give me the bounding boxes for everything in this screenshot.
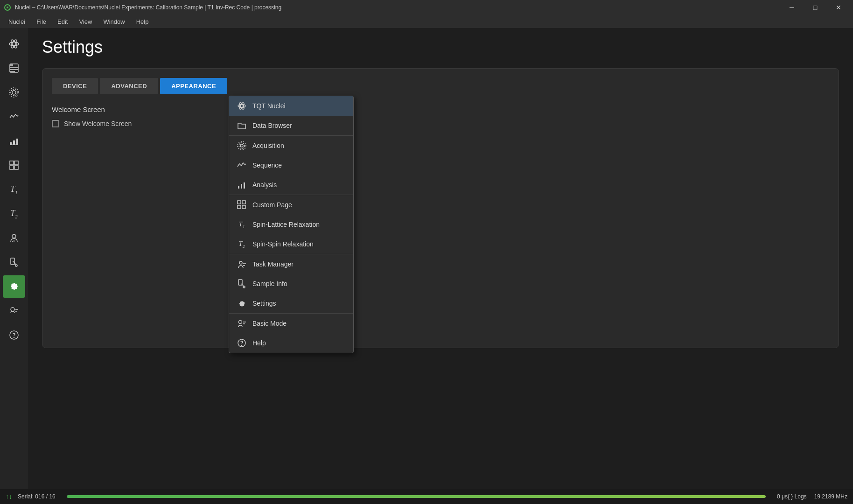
custom-page-dropdown-icon — [237, 200, 247, 210]
svg-point-1 — [7, 7, 8, 8]
dropdown-label-settings: Settings — [252, 300, 276, 307]
sidebar-item-settings[interactable] — [3, 275, 25, 298]
t2-dropdown-icon: T2 — [237, 239, 247, 249]
svg-point-47 — [243, 286, 245, 288]
dropdown-label-custom-page: Custom Page — [252, 201, 292, 209]
menu-edit[interactable]: Edit — [53, 16, 72, 27]
sidebar-item-t2[interactable]: T2 — [3, 203, 25, 225]
svg-point-48 — [239, 321, 242, 324]
svg-rect-40 — [242, 201, 245, 204]
wireless-dropdown-icon — [237, 140, 247, 151]
dropdown-item-settings[interactable]: Settings — [229, 294, 353, 313]
dropdown-label-tqt-nuclei: TQT Nuclei — [252, 102, 286, 110]
svg-rect-17 — [14, 166, 18, 169]
svg-point-8 — [11, 89, 17, 96]
svg-point-43 — [239, 261, 242, 264]
dropdown-label-data-browser: Data Browser — [252, 122, 292, 129]
dropdown-item-basic-mode[interactable]: Basic Mode — [229, 314, 353, 333]
show-welcome-checkbox[interactable] — [52, 120, 59, 127]
main-layout: T1 T2 — [0, 28, 853, 489]
sidebar-item-custom-page[interactable] — [3, 154, 25, 176]
dropdown-section-2: Acquisition Sequence — [229, 136, 353, 195]
dropdown-label-sample-info: Sample Info — [252, 280, 287, 287]
folder-dropdown-icon — [237, 120, 247, 131]
menu-view[interactable]: View — [74, 16, 97, 27]
svg-rect-41 — [238, 205, 241, 209]
tabs: DEVICE ADVANCED APPEARANCE — [52, 78, 829, 94]
task-manager-dropdown-icon — [237, 259, 247, 269]
dropdown-section-5: Basic Mode Help — [229, 314, 353, 353]
sidebar-item-help[interactable] — [3, 324, 25, 346]
progress-text: 16 / 16 — [38, 493, 56, 500]
menu-nuclei[interactable]: Nuclei — [4, 16, 30, 27]
svg-rect-10 — [10, 142, 12, 145]
dropdown-item-sample-info[interactable]: Sample Info — [229, 274, 353, 294]
svg-point-28 — [14, 337, 14, 338]
svg-line-22 — [13, 261, 15, 264]
dropdown-item-sequence[interactable]: Sequence — [229, 155, 353, 175]
show-welcome-row: Show Welcome Screen — [52, 120, 829, 127]
svg-rect-39 — [238, 201, 241, 204]
nuclei-dropdown-icon — [237, 101, 247, 111]
content-area: Settings DEVICE ADVANCED APPEARANCE Welc… — [28, 28, 853, 489]
app-icon — [4, 4, 11, 11]
help-dropdown-icon — [237, 338, 247, 348]
progress-bar — [67, 495, 766, 498]
sidebar-item-sequence[interactable] — [3, 105, 25, 128]
svg-point-3 — [9, 42, 19, 46]
analysis-dropdown-icon — [237, 180, 247, 190]
svg-rect-42 — [242, 205, 245, 209]
sidebar: T1 T2 — [0, 28, 28, 489]
serial-arrows: ↑↓ — [6, 493, 12, 500]
dropdown-label-t2-relaxation: Spin-Spin Relaxation — [252, 240, 314, 248]
tab-appearance[interactable]: APPEARANCE — [160, 78, 227, 94]
dropdown-item-acquisition[interactable]: Acquisition — [229, 136, 353, 155]
dropdown-item-data-browser[interactable]: Data Browser — [229, 116, 353, 135]
maximize-button[interactable]: □ — [804, 0, 826, 15]
settings-dropdown-icon — [237, 298, 247, 308]
sidebar-item-task-manager[interactable] — [3, 227, 25, 249]
sidebar-item-sample-info[interactable] — [3, 251, 25, 273]
dropdown-item-custom-page[interactable]: Custom Page — [229, 195, 353, 215]
sidebar-item-acquisition[interactable] — [3, 81, 25, 104]
svg-point-33 — [240, 144, 243, 147]
sidebar-item-t1[interactable]: T1 — [3, 178, 25, 201]
close-button[interactable]: ✕ — [828, 0, 849, 15]
svg-point-24 — [11, 308, 14, 311]
logs-button[interactable]: { } Logs — [788, 493, 807, 500]
page-title: Settings — [42, 37, 839, 57]
menu-help[interactable]: Help — [132, 16, 154, 27]
svg-rect-16 — [10, 166, 14, 169]
minimize-button[interactable]: ─ — [781, 0, 803, 15]
dropdown-label-acquisition: Acquisition — [252, 142, 284, 149]
dropdown-item-tqt-nuclei[interactable]: TQT Nuclei — [229, 96, 353, 116]
dropdown-item-analysis[interactable]: Analysis — [229, 175, 353, 195]
basic-mode-dropdown-icon — [237, 318, 247, 329]
dropdown-section-1: TQT Nuclei Data Browser — [229, 96, 353, 136]
dropdown-section-3: Custom Page T1 Spin-Lattice Relaxation T… — [229, 195, 353, 254]
dropdown-label-analysis: Analysis — [252, 181, 277, 189]
dropdown-item-t2-relaxation[interactable]: T2 Spin-Spin Relaxation — [229, 234, 353, 254]
frequency-text: 19.2189 MHz — [814, 493, 847, 500]
dropdown-item-help[interactable]: Help — [229, 333, 353, 353]
dropdown-item-t1-relaxation[interactable]: T1 Spin-Lattice Relaxation — [229, 215, 353, 234]
window-title: Nuclei – C:\Users\WAR\Documents\Nuclei E… — [15, 4, 281, 11]
menu-file[interactable]: File — [32, 16, 51, 27]
title-bar: Nuclei – C:\Users\WAR\Documents\Nuclei E… — [0, 0, 853, 15]
svg-point-18 — [12, 234, 16, 238]
sidebar-item-tqt-nuclei[interactable] — [3, 33, 25, 55]
svg-rect-15 — [14, 161, 18, 165]
sidebar-item-analysis[interactable] — [3, 130, 25, 152]
sidebar-item-basic-mode[interactable] — [3, 300, 25, 322]
t1-dropdown-icon: T1 — [237, 219, 247, 230]
dropdown-label-help: Help — [252, 339, 266, 347]
sidebar-item-data-browser[interactable] — [3, 57, 25, 79]
menu-window[interactable]: Window — [98, 16, 129, 27]
tab-advanced[interactable]: ADVANCED — [100, 78, 158, 94]
tab-device[interactable]: DEVICE — [52, 78, 98, 94]
svg-rect-14 — [10, 161, 14, 165]
dropdown-item-task-manager[interactable]: Task Manager — [229, 254, 353, 274]
welcome-screen-section: Welcome Screen Show Welcome Screen — [52, 105, 829, 127]
time-text: 0 μs — [777, 493, 788, 500]
svg-rect-38 — [244, 182, 245, 189]
